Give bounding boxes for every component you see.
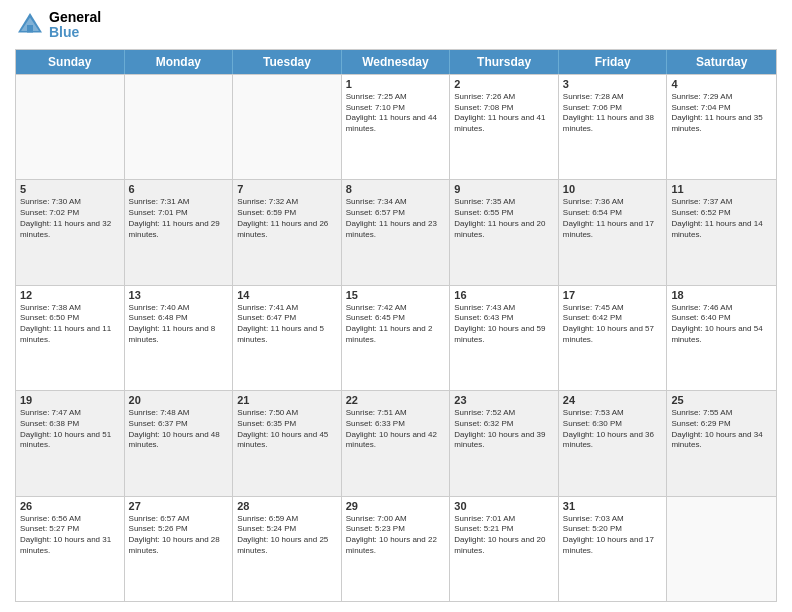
day-number: 18 xyxy=(671,289,772,301)
cal-cell-5-1: 26Sunrise: 6:56 AM Sunset: 5:27 PM Dayli… xyxy=(16,497,125,601)
cal-header-wednesday: Wednesday xyxy=(342,50,451,74)
cal-cell-5-4: 29Sunrise: 7:00 AM Sunset: 5:23 PM Dayli… xyxy=(342,497,451,601)
day-number: 6 xyxy=(129,183,229,195)
cell-text: Sunrise: 7:01 AM Sunset: 5:21 PM Dayligh… xyxy=(454,514,554,557)
day-number: 5 xyxy=(20,183,120,195)
day-number: 11 xyxy=(671,183,772,195)
day-number: 13 xyxy=(129,289,229,301)
cell-text: Sunrise: 7:26 AM Sunset: 7:08 PM Dayligh… xyxy=(454,92,554,135)
cal-cell-4-1: 19Sunrise: 7:47 AM Sunset: 6:38 PM Dayli… xyxy=(16,391,125,495)
day-number: 29 xyxy=(346,500,446,512)
cell-text: Sunrise: 7:28 AM Sunset: 7:06 PM Dayligh… xyxy=(563,92,663,135)
cal-cell-2-5: 9Sunrise: 7:35 AM Sunset: 6:55 PM Daylig… xyxy=(450,180,559,284)
day-number: 21 xyxy=(237,394,337,406)
header: General Blue xyxy=(15,10,777,41)
cal-cell-3-3: 14Sunrise: 7:41 AM Sunset: 6:47 PM Dayli… xyxy=(233,286,342,390)
cal-cell-2-2: 6Sunrise: 7:31 AM Sunset: 7:01 PM Daylig… xyxy=(125,180,234,284)
cell-text: Sunrise: 7:03 AM Sunset: 5:20 PM Dayligh… xyxy=(563,514,663,557)
cell-text: Sunrise: 7:00 AM Sunset: 5:23 PM Dayligh… xyxy=(346,514,446,557)
cal-cell-5-5: 30Sunrise: 7:01 AM Sunset: 5:21 PM Dayli… xyxy=(450,497,559,601)
cal-week-4: 19Sunrise: 7:47 AM Sunset: 6:38 PM Dayli… xyxy=(16,390,776,495)
cal-cell-2-6: 10Sunrise: 7:36 AM Sunset: 6:54 PM Dayli… xyxy=(559,180,668,284)
day-number: 26 xyxy=(20,500,120,512)
cal-cell-3-4: 15Sunrise: 7:42 AM Sunset: 6:45 PM Dayli… xyxy=(342,286,451,390)
day-number: 19 xyxy=(20,394,120,406)
cell-text: Sunrise: 7:37 AM Sunset: 6:52 PM Dayligh… xyxy=(671,197,772,240)
cal-cell-3-1: 12Sunrise: 7:38 AM Sunset: 6:50 PM Dayli… xyxy=(16,286,125,390)
day-number: 10 xyxy=(563,183,663,195)
cell-text: Sunrise: 7:35 AM Sunset: 6:55 PM Dayligh… xyxy=(454,197,554,240)
cal-cell-4-6: 24Sunrise: 7:53 AM Sunset: 6:30 PM Dayli… xyxy=(559,391,668,495)
day-number: 12 xyxy=(20,289,120,301)
cell-text: Sunrise: 7:42 AM Sunset: 6:45 PM Dayligh… xyxy=(346,303,446,346)
day-number: 27 xyxy=(129,500,229,512)
cal-cell-5-7 xyxy=(667,497,776,601)
cell-text: Sunrise: 7:51 AM Sunset: 6:33 PM Dayligh… xyxy=(346,408,446,451)
cal-cell-2-4: 8Sunrise: 7:34 AM Sunset: 6:57 PM Daylig… xyxy=(342,180,451,284)
day-number: 15 xyxy=(346,289,446,301)
day-number: 31 xyxy=(563,500,663,512)
cal-cell-3-6: 17Sunrise: 7:45 AM Sunset: 6:42 PM Dayli… xyxy=(559,286,668,390)
day-number: 17 xyxy=(563,289,663,301)
cal-cell-3-7: 18Sunrise: 7:46 AM Sunset: 6:40 PM Dayli… xyxy=(667,286,776,390)
cell-text: Sunrise: 7:43 AM Sunset: 6:43 PM Dayligh… xyxy=(454,303,554,346)
cell-text: Sunrise: 6:56 AM Sunset: 5:27 PM Dayligh… xyxy=(20,514,120,557)
cal-cell-5-6: 31Sunrise: 7:03 AM Sunset: 5:20 PM Dayli… xyxy=(559,497,668,601)
day-number: 9 xyxy=(454,183,554,195)
cal-header-monday: Monday xyxy=(125,50,234,74)
day-number: 16 xyxy=(454,289,554,301)
cal-cell-1-7: 4Sunrise: 7:29 AM Sunset: 7:04 PM Daylig… xyxy=(667,75,776,179)
day-number: 30 xyxy=(454,500,554,512)
cal-header-sunday: Sunday xyxy=(16,50,125,74)
logo-icon xyxy=(15,10,45,40)
cell-text: Sunrise: 7:36 AM Sunset: 6:54 PM Dayligh… xyxy=(563,197,663,240)
cell-text: Sunrise: 7:29 AM Sunset: 7:04 PM Dayligh… xyxy=(671,92,772,135)
cal-cell-3-2: 13Sunrise: 7:40 AM Sunset: 6:48 PM Dayli… xyxy=(125,286,234,390)
day-number: 8 xyxy=(346,183,446,195)
cell-text: Sunrise: 7:45 AM Sunset: 6:42 PM Dayligh… xyxy=(563,303,663,346)
cal-header-thursday: Thursday xyxy=(450,50,559,74)
cell-text: Sunrise: 6:57 AM Sunset: 5:26 PM Dayligh… xyxy=(129,514,229,557)
cal-cell-2-7: 11Sunrise: 7:37 AM Sunset: 6:52 PM Dayli… xyxy=(667,180,776,284)
day-number: 28 xyxy=(237,500,337,512)
page: General Blue SundayMondayTuesdayWednesda… xyxy=(0,0,792,612)
cal-cell-4-7: 25Sunrise: 7:55 AM Sunset: 6:29 PM Dayli… xyxy=(667,391,776,495)
cal-header-tuesday: Tuesday xyxy=(233,50,342,74)
day-number: 1 xyxy=(346,78,446,90)
cell-text: Sunrise: 7:46 AM Sunset: 6:40 PM Dayligh… xyxy=(671,303,772,346)
cell-text: Sunrise: 7:50 AM Sunset: 6:35 PM Dayligh… xyxy=(237,408,337,451)
day-number: 20 xyxy=(129,394,229,406)
cell-text: Sunrise: 7:48 AM Sunset: 6:37 PM Dayligh… xyxy=(129,408,229,451)
cal-cell-5-3: 28Sunrise: 6:59 AM Sunset: 5:24 PM Dayli… xyxy=(233,497,342,601)
cell-text: Sunrise: 7:53 AM Sunset: 6:30 PM Dayligh… xyxy=(563,408,663,451)
cell-text: Sunrise: 6:59 AM Sunset: 5:24 PM Dayligh… xyxy=(237,514,337,557)
cal-cell-1-2 xyxy=(125,75,234,179)
cell-text: Sunrise: 7:25 AM Sunset: 7:10 PM Dayligh… xyxy=(346,92,446,135)
cal-header-friday: Friday xyxy=(559,50,668,74)
day-number: 25 xyxy=(671,394,772,406)
calendar: SundayMondayTuesdayWednesdayThursdayFrid… xyxy=(15,49,777,602)
cell-text: Sunrise: 7:38 AM Sunset: 6:50 PM Dayligh… xyxy=(20,303,120,346)
cal-week-2: 5Sunrise: 7:30 AM Sunset: 7:02 PM Daylig… xyxy=(16,179,776,284)
cal-cell-1-4: 1Sunrise: 7:25 AM Sunset: 7:10 PM Daylig… xyxy=(342,75,451,179)
day-number: 22 xyxy=(346,394,446,406)
cal-cell-1-5: 2Sunrise: 7:26 AM Sunset: 7:08 PM Daylig… xyxy=(450,75,559,179)
cal-cell-4-5: 23Sunrise: 7:52 AM Sunset: 6:32 PM Dayli… xyxy=(450,391,559,495)
logo-line2: Blue xyxy=(49,24,79,40)
cal-week-5: 26Sunrise: 6:56 AM Sunset: 5:27 PM Dayli… xyxy=(16,496,776,601)
logo-line1: General xyxy=(49,10,101,25)
cell-text: Sunrise: 7:32 AM Sunset: 6:59 PM Dayligh… xyxy=(237,197,337,240)
svg-rect-2 xyxy=(27,25,33,33)
cell-text: Sunrise: 7:30 AM Sunset: 7:02 PM Dayligh… xyxy=(20,197,120,240)
cal-cell-4-2: 20Sunrise: 7:48 AM Sunset: 6:37 PM Dayli… xyxy=(125,391,234,495)
day-number: 4 xyxy=(671,78,772,90)
cell-text: Sunrise: 7:40 AM Sunset: 6:48 PM Dayligh… xyxy=(129,303,229,346)
logo: General Blue xyxy=(15,10,101,41)
cell-text: Sunrise: 7:31 AM Sunset: 7:01 PM Dayligh… xyxy=(129,197,229,240)
cal-cell-5-2: 27Sunrise: 6:57 AM Sunset: 5:26 PM Dayli… xyxy=(125,497,234,601)
cell-text: Sunrise: 7:34 AM Sunset: 6:57 PM Dayligh… xyxy=(346,197,446,240)
cal-cell-2-1: 5Sunrise: 7:30 AM Sunset: 7:02 PM Daylig… xyxy=(16,180,125,284)
calendar-body: 1Sunrise: 7:25 AM Sunset: 7:10 PM Daylig… xyxy=(16,74,776,601)
day-number: 3 xyxy=(563,78,663,90)
day-number: 7 xyxy=(237,183,337,195)
